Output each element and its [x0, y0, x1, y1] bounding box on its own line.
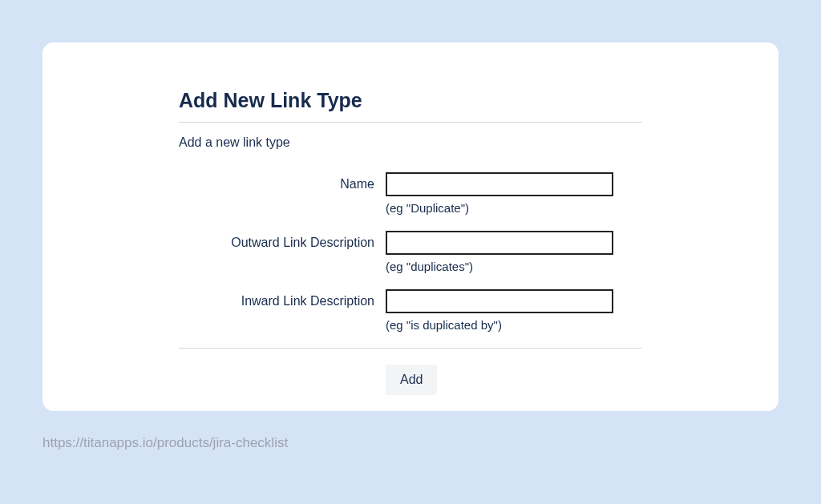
- inward-label: Inward Link Description: [179, 289, 386, 308]
- add-button[interactable]: Add: [386, 365, 437, 395]
- name-row: Name (eg "Duplicate"): [179, 172, 642, 215]
- name-label: Name: [179, 172, 386, 192]
- button-spacer: [179, 365, 386, 395]
- outward-hint: (eg "duplicates"): [386, 260, 613, 273]
- name-hint: (eg "Duplicate"): [386, 201, 613, 215]
- form-card: Add New Link Type Add a new link type Na…: [42, 42, 779, 411]
- name-input[interactable]: [386, 172, 613, 196]
- inward-input[interactable]: [386, 289, 613, 313]
- outward-row: Outward Link Description (eg "duplicates…: [179, 231, 642, 273]
- form-subtitle: Add a new link type: [179, 135, 642, 150]
- inward-row: Inward Link Description (eg "is duplicat…: [179, 289, 642, 332]
- page-title: Add New Link Type: [179, 89, 642, 112]
- title-divider: [179, 122, 642, 123]
- outward-field-wrapper: (eg "duplicates"): [386, 231, 613, 273]
- footer-url: https://titanapps.io/products/jira-check…: [42, 435, 779, 451]
- outward-label: Outward Link Description: [179, 231, 386, 250]
- inward-hint: (eg "is duplicated by"): [386, 318, 613, 332]
- inward-field-wrapper: (eg "is duplicated by"): [386, 289, 613, 332]
- outward-input[interactable]: [386, 231, 613, 255]
- name-field-wrapper: (eg "Duplicate"): [386, 172, 613, 215]
- button-row: Add: [179, 365, 642, 395]
- form-divider: [179, 348, 642, 349]
